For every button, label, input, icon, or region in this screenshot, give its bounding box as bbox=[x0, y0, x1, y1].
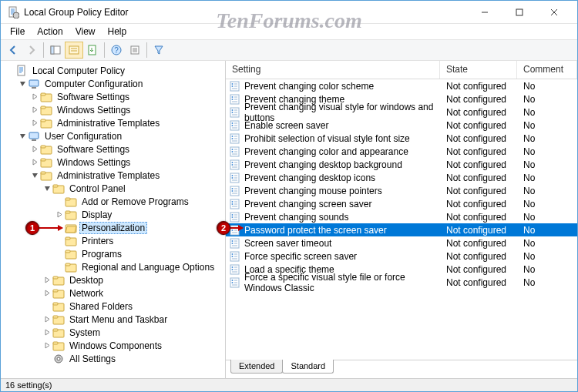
folder-icon bbox=[65, 248, 77, 260]
col-comment[interactable]: Comment bbox=[517, 61, 577, 79]
toggle-icon[interactable] bbox=[55, 211, 64, 218]
tree-cp-display[interactable]: Display bbox=[2, 208, 223, 221]
minimize-button[interactable] bbox=[467, 2, 502, 23]
tree-root[interactable]: Local Computer Policy bbox=[2, 64, 223, 77]
setting-row[interactable]: Prohibit selection of visual style font … bbox=[226, 132, 577, 145]
setting-state: Not configured bbox=[440, 146, 517, 157]
tree-cp-printers[interactable]: Printers bbox=[2, 234, 223, 247]
tree-control-panel[interactable]: Control Panel bbox=[2, 182, 223, 195]
setting-state: Not configured bbox=[440, 251, 517, 262]
menu-help[interactable]: Help bbox=[103, 25, 132, 39]
toggle-icon[interactable] bbox=[30, 172, 39, 179]
toggle-icon[interactable] bbox=[42, 290, 52, 297]
setting-row[interactable]: Prevent changing visual style for window… bbox=[226, 106, 577, 119]
tree-system[interactable]: System bbox=[2, 326, 223, 339]
setting-row[interactable]: Enable screen saverNot configuredNo bbox=[226, 119, 577, 132]
folder-icon bbox=[40, 91, 52, 103]
tree-computer-configuration[interactable]: Computer Configuration bbox=[2, 77, 223, 90]
setting-row[interactable]: Password protect the screen saverNot con… bbox=[226, 223, 577, 236]
setting-comment: No bbox=[517, 238, 577, 249]
tree-desktop[interactable]: Desktop bbox=[2, 273, 223, 286]
setting-icon bbox=[229, 211, 241, 223]
tree-cp-regional[interactable]: Regional and Language Options bbox=[2, 260, 223, 273]
tree-all-settings[interactable]: All Settings bbox=[2, 352, 223, 365]
tree-uc-windows[interactable]: Windows Settings bbox=[2, 156, 223, 169]
tab-extended[interactable]: Extended bbox=[230, 360, 283, 374]
setting-row[interactable]: Prevent changing soundsNot configuredNo bbox=[226, 210, 577, 223]
help-button[interactable]: ? bbox=[107, 42, 126, 59]
tree-label: Control Panel bbox=[67, 183, 128, 194]
tree-uc-software[interactable]: Software Settings bbox=[2, 142, 223, 156]
toggle-icon[interactable] bbox=[42, 185, 52, 192]
folder-icon bbox=[65, 261, 77, 273]
toggle-icon[interactable] bbox=[30, 159, 39, 166]
toggle-icon[interactable] bbox=[42, 316, 52, 323]
tree-cp-programs[interactable]: Programs bbox=[2, 247, 223, 260]
window-title: Local Group Policy Editor bbox=[24, 7, 467, 18]
setting-row[interactable]: Prevent changing color schemeNot configu… bbox=[226, 79, 577, 92]
setting-row[interactable]: Prevent changing mouse pointersNot confi… bbox=[226, 184, 577, 197]
setting-name: Prevent changing screen saver bbox=[244, 199, 371, 209]
menu-file[interactable]: File bbox=[5, 25, 29, 39]
close-button[interactable] bbox=[536, 2, 571, 23]
toggle-icon[interactable] bbox=[30, 119, 39, 126]
setting-row[interactable]: Prevent changing desktop iconsNot config… bbox=[226, 171, 577, 184]
setting-state: Not configured bbox=[440, 186, 517, 196]
tree-cc-windows[interactable]: Windows Settings bbox=[2, 103, 223, 116]
export-list-button[interactable] bbox=[83, 42, 102, 59]
setting-name: Password protect the screen saver bbox=[244, 225, 387, 236]
setting-comment: No bbox=[517, 225, 577, 236]
menu-view[interactable]: View bbox=[71, 25, 100, 39]
col-state[interactable]: State bbox=[440, 61, 517, 79]
tab-standard[interactable]: Standard bbox=[282, 360, 334, 374]
setting-state: Not configured bbox=[440, 225, 517, 236]
tree-user-configuration[interactable]: User Configuration bbox=[2, 129, 223, 142]
setting-state: Not configured bbox=[440, 199, 517, 209]
col-setting[interactable]: Setting bbox=[226, 61, 440, 79]
setting-row[interactable]: Prevent changing color and appearanceNot… bbox=[226, 145, 577, 158]
setting-row[interactable]: Prevent changing desktop backgroundNot c… bbox=[226, 158, 577, 171]
options-button[interactable] bbox=[126, 42, 144, 59]
tree-cc-software[interactable]: Software Settings bbox=[2, 90, 223, 103]
setting-row[interactable]: Force a specific visual style file or fo… bbox=[226, 276, 577, 289]
toggle-icon[interactable] bbox=[18, 132, 27, 139]
tree-label: Personalization bbox=[79, 222, 147, 234]
folder-icon bbox=[40, 156, 52, 169]
tree-cc-admin[interactable]: Administrative Templates bbox=[2, 116, 223, 129]
toggle-icon[interactable] bbox=[18, 80, 27, 87]
toggle-icon[interactable] bbox=[30, 93, 39, 100]
setting-row[interactable]: Screen saver timeoutNot configuredNo bbox=[226, 236, 577, 250]
folder-icon bbox=[40, 143, 52, 156]
properties-button[interactable] bbox=[65, 42, 83, 59]
tree-uc-admin[interactable]: Administrative Templates bbox=[2, 169, 223, 182]
toggle-icon[interactable] bbox=[42, 276, 52, 283]
comp-icon bbox=[28, 78, 40, 90]
tree-shared[interactable]: Shared Folders bbox=[2, 300, 223, 313]
toggle-icon[interactable] bbox=[42, 342, 52, 349]
setting-icon bbox=[229, 119, 241, 132]
show-hide-tree-button[interactable] bbox=[46, 42, 65, 59]
tree-wincomp[interactable]: Windows Components bbox=[2, 339, 223, 352]
tree-label: All Settings bbox=[67, 353, 118, 364]
toggle-icon[interactable] bbox=[42, 329, 52, 336]
tree-startmenu[interactable]: Start Menu and Taskbar bbox=[2, 313, 223, 326]
maximize-button[interactable] bbox=[502, 2, 536, 23]
tree-cp-addremove[interactable]: Add or Remove Programs bbox=[2, 195, 223, 208]
setting-comment: No bbox=[517, 94, 577, 105]
menu-action[interactable]: Action bbox=[32, 25, 67, 39]
list-body[interactable]: Prevent changing color schemeNot configu… bbox=[226, 79, 577, 360]
tree-network[interactable]: Network bbox=[2, 286, 223, 300]
setting-name: Force a specific visual style file or fo… bbox=[244, 272, 440, 293]
folder-icon bbox=[65, 196, 77, 208]
tree-pane[interactable]: Local Computer PolicyComputer Configurat… bbox=[1, 61, 226, 378]
setting-name: Prevent changing color scheme bbox=[244, 81, 374, 92]
setting-row[interactable]: Prevent changing screen saverNot configu… bbox=[226, 197, 577, 210]
toggle-icon[interactable] bbox=[30, 146, 39, 152]
setting-row[interactable]: Force specific screen saverNot configure… bbox=[226, 250, 577, 263]
toggle-icon[interactable] bbox=[30, 106, 39, 113]
setting-icon bbox=[229, 276, 241, 289]
filter-button[interactable] bbox=[150, 42, 168, 59]
folder-icon bbox=[52, 274, 65, 286]
forward-button[interactable] bbox=[22, 42, 41, 59]
back-button[interactable] bbox=[4, 42, 22, 59]
